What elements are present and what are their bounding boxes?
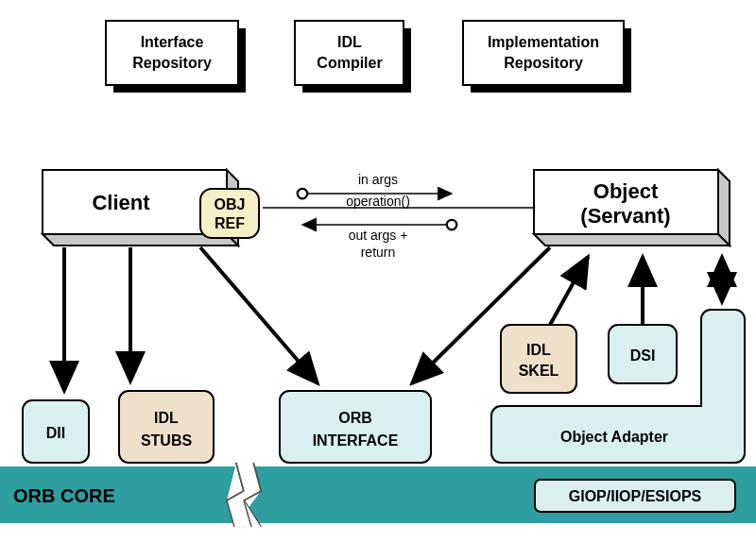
idl-compiler-label-2: Compiler (317, 55, 382, 71)
idl-skel-box: IDL SKEL (501, 325, 576, 393)
svg-line-28 (200, 247, 318, 383)
giop-label: GIOP/IIOP/ESIOPS (569, 488, 702, 504)
out-args-label: out args + (349, 228, 408, 243)
operation-label: operation() (346, 194, 410, 209)
orb-interface-box: ORB INTERFACE (280, 391, 431, 463)
svg-rect-24 (501, 325, 576, 393)
operation-callout: in args operation() out args + return (263, 172, 534, 260)
idl-skel-label-2: SKEL (519, 363, 559, 379)
dsi-box: DSI (609, 325, 677, 383)
idl-compiler-box: IDL Compiler (295, 21, 411, 93)
dii-label: DII (46, 425, 65, 441)
idl-compiler-label-1: IDL (337, 34, 362, 50)
interface-repository-label-1: Interface (141, 34, 204, 50)
interface-repository-label-2: Repository (132, 55, 212, 71)
dsi-label: DSI (630, 347, 656, 364)
svg-marker-11 (534, 234, 730, 246)
obj-ref-label-1: OBJ (215, 196, 246, 212)
object-label-2: (Servant) (580, 204, 670, 228)
orb-core-label: ORB CORE (13, 485, 115, 506)
return-label: return (361, 245, 396, 260)
interface-repository-box: Interface Repository (106, 21, 246, 93)
in-args-label: in args (358, 172, 398, 187)
idl-stubs-box: IDL STUBS (119, 391, 214, 463)
implementation-repository-label-1: Implementation (488, 34, 599, 50)
implementation-repository-box: Implementation Repository (463, 21, 631, 93)
implementation-repository-label-2: Repository (504, 55, 583, 71)
svg-marker-10 (718, 170, 730, 246)
dii-box: DII (23, 400, 89, 463)
object-adapter-label: Object Adapter (560, 429, 668, 445)
svg-rect-6 (463, 21, 624, 85)
idl-stubs-label-2: STUBS (141, 432, 193, 449)
giop-box: GIOP/IIOP/ESIOPS (535, 480, 735, 512)
idl-skel-label-1: IDL (526, 342, 551, 358)
svg-rect-22 (119, 391, 214, 463)
obj-ref-box: OBJ REF (200, 189, 259, 238)
object-label-1: Object (593, 179, 659, 203)
obj-ref-label-2: REF (215, 215, 245, 231)
orb-interface-label-2: INTERFACE (313, 432, 399, 449)
orb-interface-label-1: ORB (338, 410, 372, 426)
client-label: Client (92, 191, 150, 214)
svg-rect-23 (280, 391, 431, 463)
object-servant-box: Object (Servant) (534, 170, 730, 246)
svg-rect-2 (106, 21, 238, 85)
svg-line-30 (550, 257, 588, 325)
svg-rect-4 (295, 21, 404, 85)
corba-architecture-diagram: Interface Repository IDL Compiler Implem… (0, 0, 756, 542)
idl-stubs-label-1: IDL (154, 410, 179, 426)
